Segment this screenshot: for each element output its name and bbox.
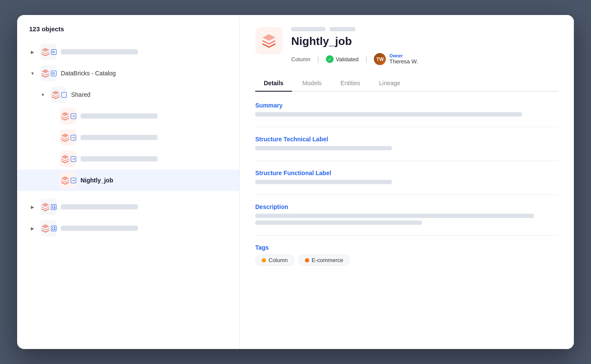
validated-label: Validated [336, 56, 358, 63]
tag-dot-ecommerce [305, 258, 309, 263]
item-label-placeholder-4 [81, 113, 158, 119]
badge-icon-1: D [51, 49, 57, 55]
summary-title: Summary [255, 102, 558, 109]
divider-2 [255, 161, 558, 161]
section-tags: Tags Column E-commerce [255, 244, 558, 266]
meta-divider-2: | [365, 55, 367, 63]
title-placeholder-1 [291, 27, 325, 31]
item-icon-shared [51, 87, 67, 103]
tags-title: Tags [255, 244, 558, 251]
summary-line-1 [255, 112, 522, 116]
section-description: Description [255, 203, 558, 225]
item-icon-4: ⇥ [60, 108, 76, 124]
owner-info: Owner Theresa W. [389, 54, 418, 65]
chevron-right-icon [29, 48, 36, 55]
arrow-icon-5: ⇥ [71, 135, 76, 140]
chevron-right-icon-9 [29, 225, 36, 232]
tab-lineage[interactable]: Lineage [370, 75, 409, 92]
chevron-right-icon-8 [29, 203, 36, 210]
validated-badge: ✓ Validated [326, 55, 358, 63]
tag-dot-column [262, 258, 266, 263]
tree-item-1[interactable]: D [17, 41, 239, 63]
arrow-icon-4: ⇥ [71, 113, 76, 119]
item-icon-9 [40, 220, 57, 236]
title-placeholders [291, 27, 558, 31]
column-meta: Column [291, 56, 310, 63]
item-label-nightly: Nightly_job [81, 177, 227, 184]
description-line-2 [255, 221, 422, 225]
owner-label: Owner [389, 54, 418, 58]
objects-count: 123 objects [17, 25, 239, 41]
tag-column[interactable]: Column [255, 254, 294, 266]
tag-ecommerce[interactable]: E-commerce [298, 254, 350, 266]
tree-item-databricks[interactable]: D DataBricks - Catalog [17, 63, 239, 84]
chevron-down-icon-shared [39, 91, 46, 98]
structure-functional-line-1 [255, 180, 392, 184]
tree-item-9[interactable] [17, 218, 239, 239]
app-window: 123 objects D [17, 15, 574, 349]
tabs: Details Models Entities Lineage [255, 75, 558, 92]
left-panel: 123 objects D [17, 15, 240, 349]
section-structure-technical: Structure Technical Label [255, 136, 558, 150]
tags-row: Column E-commerce [255, 254, 558, 266]
item-label-placeholder-6 [81, 156, 158, 161]
owner-name: Theresa W. [389, 58, 418, 65]
tree-item-6[interactable]: ⇥ [17, 148, 239, 170]
title-placeholder-2 [330, 27, 355, 31]
detail-title: Nightly_job [291, 35, 558, 48]
item-label-placeholder-1 [61, 49, 138, 54]
structure-functional-title: Structure Functional Label [255, 170, 558, 176]
avatar: TW [374, 53, 386, 65]
structure-technical-title: Structure Technical Label [255, 136, 558, 143]
right-panel: Nightly_job Column | ✓ Validated | TW Ow… [240, 15, 574, 349]
badge-icon-databricks: D [51, 71, 57, 76]
item-icon-6: ⇥ [60, 151, 76, 167]
owner-area: TW Owner Theresa W. [374, 53, 418, 65]
item-icon-nightly: ⇥ [60, 172, 76, 188]
chevron-down-icon-databricks [29, 70, 36, 77]
item-icon-databricks: D [40, 65, 57, 81]
detail-icon-box [255, 27, 283, 54]
description-title: Description [255, 203, 558, 210]
tree-item-8[interactable] [17, 196, 239, 218]
detail-meta: Column | ✓ Validated | TW Owner Theresa … [291, 53, 558, 65]
section-structure-functional: Structure Functional Label [255, 170, 558, 184]
tag-label-ecommerce: E-commerce [312, 257, 343, 263]
item-label-placeholder-9 [61, 226, 138, 231]
tree-item-4[interactable]: ⇥ [17, 105, 239, 127]
tab-details[interactable]: Details [255, 75, 292, 92]
item-label-placeholder-5 [81, 135, 158, 140]
item-label-databricks: DataBricks - Catalog [61, 70, 227, 77]
square-icon-shared [61, 92, 67, 98]
divider-4 [255, 235, 558, 236]
grid-icon-8 [51, 204, 57, 210]
tab-entities[interactable]: Entities [332, 75, 369, 92]
structure-technical-line-1 [255, 146, 392, 150]
description-line-1 [255, 214, 534, 218]
tree-item-shared[interactable]: Shared [17, 84, 239, 105]
meta-divider-1: | [317, 55, 319, 63]
detail-header: Nightly_job Column | ✓ Validated | TW Ow… [255, 27, 558, 65]
arrow-icon-6: ⇥ [71, 156, 76, 162]
item-label-shared: Shared [71, 91, 227, 98]
check-circle-icon: ✓ [326, 55, 334, 63]
divider-1 [255, 127, 558, 127]
divider-3 [255, 194, 558, 195]
detail-title-area: Nightly_job Column | ✓ Validated | TW Ow… [291, 27, 558, 65]
item-label-placeholder-8 [61, 204, 138, 209]
grid-icon-9 [51, 226, 57, 231]
item-icon-8 [40, 199, 57, 215]
tree-item-nightly-job[interactable]: ⇥ Nightly_job [17, 170, 239, 191]
tree-item-5[interactable]: ⇥ [17, 127, 239, 148]
item-icon-1: D [40, 44, 57, 60]
item-icon-5: ⇥ [60, 129, 76, 146]
tab-models[interactable]: Models [294, 75, 330, 92]
arrow-icon-nightly: ⇥ [71, 178, 76, 183]
tag-label-column: Column [269, 257, 288, 263]
section-summary: Summary [255, 102, 558, 116]
